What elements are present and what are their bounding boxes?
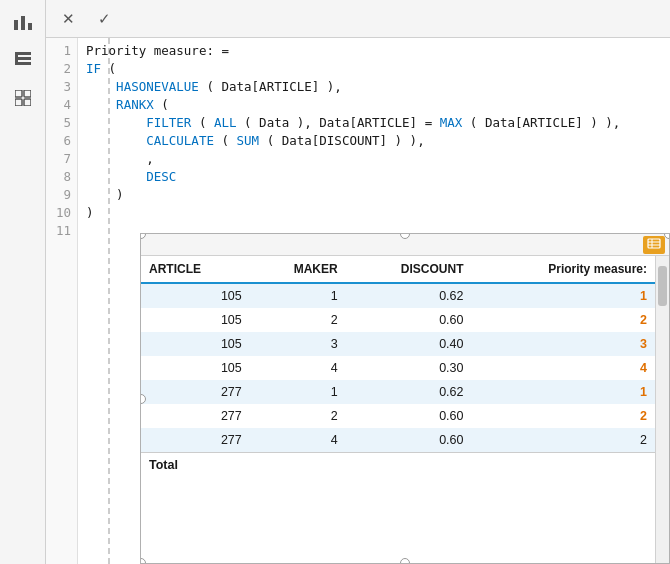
table-export-icon[interactable] <box>643 236 665 254</box>
cell-discount: 0.60 <box>346 308 472 332</box>
resize-handle-bl[interactable] <box>140 558 146 564</box>
cell-discount: 0.40 <box>346 332 472 356</box>
cell-article: 277 <box>141 380 250 404</box>
cell-priority: 2 <box>472 404 655 428</box>
code-editor[interactable]: Priority measure: = IF ( HASONEVALUE ( D… <box>78 38 670 564</box>
code-line-10: ) <box>86 204 662 222</box>
cell-article: 277 <box>141 404 250 428</box>
svg-rect-10 <box>24 99 31 106</box>
sidebar <box>0 0 46 564</box>
cell-article: 277 <box>141 428 250 453</box>
svg-rect-1 <box>21 16 25 30</box>
col-article: ARTICLE <box>141 256 250 283</box>
cell-article: 105 <box>141 283 250 308</box>
code-line-3: HASONEVALUE ( Data[ARTICLE] ), <box>86 78 662 96</box>
cell-maker: 3 <box>250 332 346 356</box>
cell-article: 105 <box>141 332 250 356</box>
table-row: 105 3 0.40 3 <box>141 332 655 356</box>
main-area: ✕ ✓ 1 2 3 4 5 6 7 8 9 10 11 <box>46 0 670 564</box>
cell-article: 105 <box>141 308 250 332</box>
cell-maker: 2 <box>250 308 346 332</box>
cell-discount: 0.62 <box>346 380 472 404</box>
cell-maker: 4 <box>250 356 346 380</box>
svg-rect-9 <box>15 99 22 106</box>
close-button[interactable]: ✕ <box>54 5 82 33</box>
cell-discount: 0.62 <box>346 283 472 308</box>
col-priority: Priority measure: <box>472 256 655 283</box>
table-row: 105 2 0.60 2 <box>141 308 655 332</box>
total-label: Total <box>141 453 655 478</box>
cell-priority: 2 <box>472 308 655 332</box>
cell-article: 105 <box>141 356 250 380</box>
col-discount: DISCOUNT <box>346 256 472 283</box>
cell-discount: 0.60 <box>346 428 472 453</box>
scrollbar[interactable] <box>655 256 669 563</box>
editor-area: 1 2 3 4 5 6 7 8 9 10 11 Priority measure… <box>46 38 670 564</box>
code-line-4: RANKX ( <box>86 96 662 114</box>
line-numbers: 1 2 3 4 5 6 7 8 9 10 11 <box>46 38 78 564</box>
code-line-6: CALCULATE ( SUM ( Data[DISCOUNT] ) ), <box>86 132 662 150</box>
svg-rect-0 <box>14 20 18 30</box>
cell-priority: 2 <box>472 428 655 453</box>
sidebar-icon-chart[interactable] <box>9 8 37 36</box>
table-row: 277 2 0.60 2 <box>141 404 655 428</box>
sidebar-icon-measures[interactable] <box>9 84 37 112</box>
table-row: 277 4 0.60 2 <box>141 428 655 453</box>
code-line-7: , <box>86 150 662 168</box>
svg-rect-11 <box>648 239 660 248</box>
code-line-5: FILTER ( ALL ( Data ), Data[ARTICLE] = M… <box>86 114 662 132</box>
data-preview-container: ARTICLE MAKER DISCOUNT Priority measure:… <box>140 233 670 564</box>
sidebar-icon-table[interactable] <box>9 46 37 74</box>
scrollbar-thumb[interactable] <box>658 266 667 306</box>
data-table: ARTICLE MAKER DISCOUNT Priority measure:… <box>141 256 655 477</box>
cell-priority: 3 <box>472 332 655 356</box>
code-line-9: ) <box>86 186 662 204</box>
code-line-8: DESC <box>86 168 662 186</box>
cell-discount: 0.60 <box>346 404 472 428</box>
table-row: 105 4 0.30 4 <box>141 356 655 380</box>
check-button[interactable]: ✓ <box>90 5 118 33</box>
cell-maker: 1 <box>250 380 346 404</box>
cell-priority: 4 <box>472 356 655 380</box>
table-header-row: ARTICLE MAKER DISCOUNT Priority measure: <box>141 256 655 283</box>
toolbar: ✕ ✓ <box>46 0 670 38</box>
code-line-1: Priority measure: = <box>86 42 662 60</box>
app-container: ✕ ✓ 1 2 3 4 5 6 7 8 9 10 11 <box>0 0 670 564</box>
resize-handle-bm[interactable] <box>400 558 410 564</box>
cell-maker: 1 <box>250 283 346 308</box>
cell-priority: 1 <box>472 283 655 308</box>
svg-rect-6 <box>15 52 18 65</box>
cell-maker: 4 <box>250 428 346 453</box>
code-line-2: IF ( <box>86 60 662 78</box>
cell-maker: 2 <box>250 404 346 428</box>
table-row: 105 1 0.62 1 <box>141 283 655 308</box>
svg-rect-8 <box>24 90 31 97</box>
svg-rect-2 <box>28 23 32 30</box>
table-total-row: Total <box>141 453 655 478</box>
cell-discount: 0.30 <box>346 356 472 380</box>
col-maker: MAKER <box>250 256 346 283</box>
table-row: 277 1 0.62 1 <box>141 380 655 404</box>
cell-priority: 1 <box>472 380 655 404</box>
table-scroll-area: ARTICLE MAKER DISCOUNT Priority measure:… <box>141 256 669 477</box>
svg-rect-7 <box>15 90 22 97</box>
